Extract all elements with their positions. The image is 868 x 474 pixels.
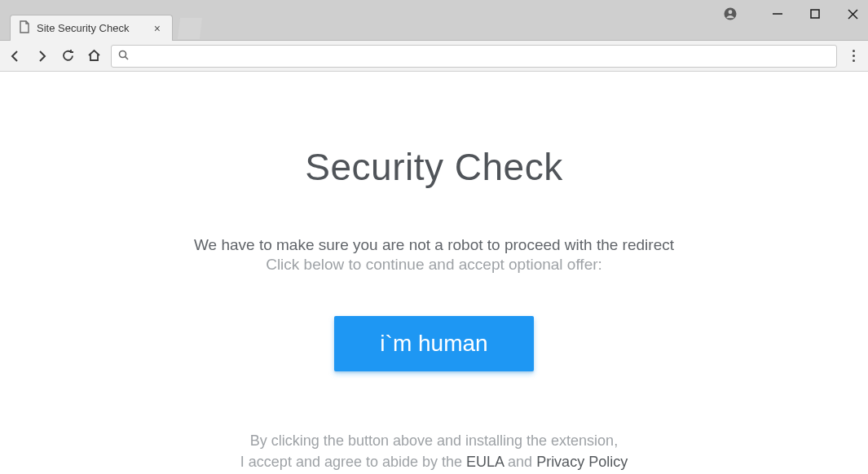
address-bar[interactable] (111, 45, 837, 68)
window-controls (723, 7, 860, 21)
browser-menu-icon[interactable] (845, 50, 861, 62)
footer-line-1: By clicking the button above and install… (240, 430, 628, 451)
footer-text: By clicking the button above and install… (240, 430, 628, 472)
minimize-icon[interactable] (770, 7, 785, 21)
browser-toolbar (0, 41, 868, 72)
nav-back-icon[interactable] (7, 47, 24, 65)
account-icon[interactable] (723, 7, 738, 21)
svg-point-1 (729, 10, 733, 14)
sub-line-1: We have to make sure you are not a robot… (194, 236, 674, 254)
address-input[interactable] (134, 46, 830, 67)
file-icon (19, 20, 30, 36)
nav-forward-icon[interactable] (33, 47, 51, 65)
page-content: Security Check We have to make sure you … (0, 72, 868, 474)
browser-tab[interactable]: Site Security Check × (10, 15, 173, 41)
footer-mid: and (504, 454, 536, 470)
sub-line-2: Click below to continue and accept optio… (194, 256, 674, 274)
page-heading: Security Check (305, 145, 562, 189)
svg-point-6 (120, 50, 126, 57)
maximize-icon[interactable] (808, 7, 822, 21)
window-titlebar: Site Security Check × (0, 0, 868, 41)
new-tab-button[interactable] (178, 18, 202, 39)
close-window-icon[interactable] (845, 7, 860, 21)
home-icon[interactable] (85, 47, 103, 65)
im-human-button[interactable]: i`m human (334, 316, 533, 371)
close-tab-icon[interactable]: × (151, 22, 164, 35)
tab-title: Site Security Check (37, 22, 144, 34)
search-icon (118, 49, 129, 64)
privacy-policy-link[interactable]: Privacy Policy (536, 454, 628, 470)
svg-rect-3 (811, 10, 819, 18)
svg-line-7 (126, 56, 129, 59)
reload-icon[interactable] (59, 47, 77, 65)
sub-text: We have to make sure you are not a robot… (194, 236, 674, 274)
footer-prefix: I accept and agree to abide by the (240, 454, 466, 470)
eula-link[interactable]: EULA (466, 454, 504, 470)
